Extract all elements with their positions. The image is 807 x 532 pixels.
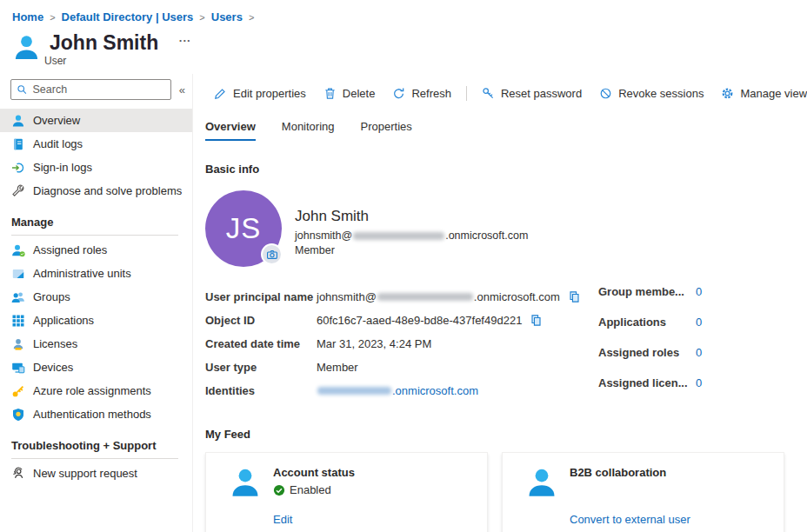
profile-email: johnsmith@.onmicrosoft.com xyxy=(295,229,528,242)
groups-icon xyxy=(11,290,25,304)
more-actions-button[interactable]: ... xyxy=(179,31,191,44)
copy-icon[interactable] xyxy=(568,290,581,303)
user-avatar-icon xyxy=(12,33,41,62)
tab-overview[interactable]: Overview xyxy=(205,120,256,141)
copy-icon[interactable] xyxy=(530,314,543,327)
email-prefix: johnsmith@ xyxy=(295,229,352,242)
sign-in-icon xyxy=(11,161,25,175)
search-input[interactable] xyxy=(32,83,164,96)
pencil-icon xyxy=(214,87,227,100)
sidebar-section-support: Troubleshooting + Support xyxy=(11,439,178,459)
identities-link[interactable]: .onmicrosoft.com xyxy=(392,384,478,397)
chevron-right-icon: > xyxy=(50,12,55,23)
button-label: Edit properties xyxy=(233,87,306,100)
sidebar-item-label: Assigned roles xyxy=(33,243,107,256)
email-suffix: .onmicrosoft.com xyxy=(445,229,528,242)
delete-button[interactable]: Delete xyxy=(315,87,384,100)
sidebar-item-assigned-roles[interactable]: Assigned roles xyxy=(0,238,192,262)
field-object-id: Object ID 60fc16c7-aaed-48e9-bd8e-437fef… xyxy=(205,309,598,332)
stat-value-link[interactable]: 0 xyxy=(696,285,702,316)
administrative-units-icon xyxy=(11,267,25,281)
refresh-icon xyxy=(392,87,405,100)
search-icon xyxy=(17,83,27,96)
collapse-sidebar-button[interactable]: « xyxy=(179,83,185,96)
field-created-date: Created date time Mar 31, 2023, 4:24 PM xyxy=(205,332,598,356)
status-badge: Enabled xyxy=(290,483,331,496)
basic-info-heading: Basic info xyxy=(205,163,807,176)
stat-applications: Applications 0 xyxy=(598,316,702,346)
user-icon xyxy=(11,114,25,128)
sidebar-item-devices[interactable]: Devices xyxy=(0,356,192,379)
refresh-button[interactable]: Refresh xyxy=(383,87,460,100)
main-content: Edit properties Delete Refresh Reset pas… xyxy=(193,74,807,532)
change-photo-button[interactable] xyxy=(261,243,283,265)
sidebar-item-audit-logs[interactable]: Audit logs xyxy=(0,132,192,156)
breadcrumb-users[interactable]: Users xyxy=(211,10,243,23)
sidebar-item-groups[interactable]: Groups xyxy=(0,285,192,309)
applications-grid-icon xyxy=(11,314,25,328)
edit-properties-button[interactable]: Edit properties xyxy=(205,87,315,100)
devices-icon xyxy=(11,361,25,375)
b2b-collaboration-card: B2B collaboration Convert to external us… xyxy=(502,452,784,532)
field-value: .onmicrosoft.com xyxy=(317,384,478,397)
manage-view-button[interactable]: Manage view xyxy=(712,87,807,100)
tab-bar: Overview Monitoring Properties xyxy=(205,120,807,141)
sidebar-search xyxy=(10,79,171,100)
account-status-card: Account status Enabled Edit xyxy=(205,452,488,532)
user-icon xyxy=(229,466,262,499)
redacted-text xyxy=(317,387,391,395)
sidebar-item-authentication-methods[interactable]: Authentication methods xyxy=(0,402,192,426)
sidebar-item-sign-in-logs[interactable]: Sign-in logs xyxy=(0,156,192,179)
edit-account-status-link[interactable]: Edit xyxy=(273,513,475,526)
check-circle-icon xyxy=(273,484,285,496)
upn-suffix: .onmicrosoft.com xyxy=(474,290,560,303)
key-icon xyxy=(482,87,495,100)
sidebar-item-overview[interactable]: Overview xyxy=(0,109,192,132)
button-label: Manage view xyxy=(740,87,807,100)
breadcrumb-directory-users[interactable]: Default Directory | Users xyxy=(62,10,194,23)
chevron-right-icon: > xyxy=(249,12,254,23)
sidebar-item-label: Administrative units xyxy=(33,267,131,280)
stat-value-link[interactable]: 0 xyxy=(696,376,702,407)
gear-icon xyxy=(721,87,734,100)
wrench-icon xyxy=(11,184,25,198)
object-id-value: 60fc16c7-aaed-48e9-bd8e-437fef49d221 xyxy=(317,314,522,327)
sidebar-item-label: Sign-in logs xyxy=(33,161,92,174)
chevron-right-icon: > xyxy=(199,12,204,23)
field-label: User principal name xyxy=(205,290,317,303)
stat-label: Group membe... xyxy=(598,285,696,316)
field-value: Member xyxy=(317,361,358,374)
sidebar-item-label: Groups xyxy=(33,290,70,303)
revoke-sessions-button[interactable]: Revoke sessions xyxy=(590,87,712,100)
sidebar-item-label: Applications xyxy=(33,314,94,327)
trash-icon xyxy=(323,87,337,100)
sidebar-item-label: Overview xyxy=(33,114,80,127)
reset-password-button[interactable]: Reset password xyxy=(473,87,590,100)
sidebar-item-label: Authentication methods xyxy=(33,408,151,421)
convert-external-user-link[interactable]: Convert to external user xyxy=(570,513,771,526)
button-label: Delete xyxy=(343,87,376,100)
field-user-type: User type Member xyxy=(205,356,598,379)
field-value: 60fc16c7-aaed-48e9-bd8e-437fef49d221 xyxy=(317,314,543,327)
sidebar-item-applications[interactable]: Applications xyxy=(0,309,192,332)
stat-value-link[interactable]: 0 xyxy=(696,346,702,376)
shield-icon xyxy=(11,408,25,422)
profile-block: JS John Smith johnsmith@.onmicrosoft.com… xyxy=(205,190,807,267)
sidebar-item-licenses[interactable]: Licenses xyxy=(0,332,192,356)
stat-label: Applications xyxy=(598,316,696,346)
page-title: John Smith xyxy=(50,31,158,54)
audit-log-icon xyxy=(11,137,25,151)
field-label: Created date time xyxy=(205,337,317,350)
field-value: Mar 31, 2023, 4:24 PM xyxy=(317,337,431,350)
sidebar-item-diagnose[interactable]: Diagnose and solve problems xyxy=(0,179,192,203)
sidebar-item-new-support-request[interactable]: New support request xyxy=(0,462,192,485)
stat-value-link[interactable]: 0 xyxy=(696,316,702,346)
tab-properties[interactable]: Properties xyxy=(361,120,412,141)
sidebar-item-administrative-units[interactable]: Administrative units xyxy=(0,262,192,285)
key-icon xyxy=(11,384,25,398)
sidebar-item-azure-role-assignments[interactable]: Azure role assignments xyxy=(0,379,192,402)
tab-monitoring[interactable]: Monitoring xyxy=(282,120,335,141)
command-bar: Edit properties Delete Refresh Reset pas… xyxy=(205,81,807,105)
block-icon xyxy=(599,87,612,100)
breadcrumb-home[interactable]: Home xyxy=(12,10,43,23)
